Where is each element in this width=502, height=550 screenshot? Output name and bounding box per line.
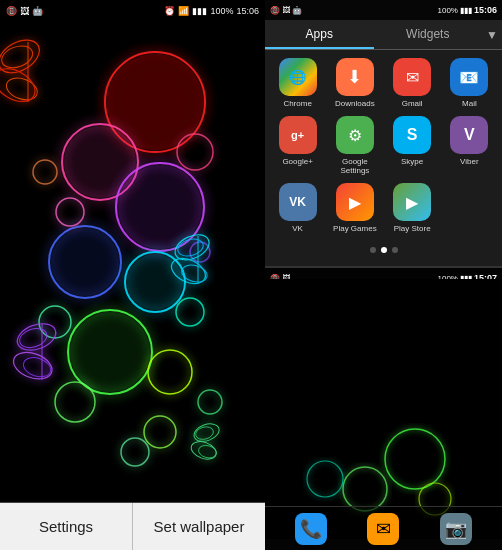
phone-icon: 📞 <box>300 518 322 540</box>
left-panel: 📵 🖼 🤖 ⏰ 📶 ▮▮▮ 100% 15:06 <box>0 0 265 550</box>
google-settings-icon: ⚙ <box>336 116 374 154</box>
signal-icon: ▮▮▮ <box>192 6 207 16</box>
status-icons-left: 📵 🖼 🤖 <box>6 6 43 16</box>
wallpaper-preview: 📵 🖼 🤖 ⏰ 📶 ▮▮▮ 100% 15:06 <box>0 0 265 502</box>
dock-sms[interactable]: ✉ <box>367 513 399 545</box>
camera-icon: 📷 <box>445 518 467 540</box>
downloads-label: Downloads <box>335 99 375 108</box>
app-skype[interactable]: S Skype <box>388 116 437 175</box>
tab-widgets[interactable]: Widgets <box>374 20 483 49</box>
gmail-icon: ✉ <box>393 58 431 96</box>
app-mail[interactable]: 📧 Mail <box>445 58 494 108</box>
rt-status-right: 100% ▮▮▮ 15:06 <box>438 5 498 15</box>
top-right-panel: 📵🖼🤖 100% ▮▮▮ 15:06 Apps Widgets ▼ <box>265 0 502 268</box>
app-vk[interactable]: VK VK <box>273 183 322 233</box>
lock-screen-panel: 📵🖼 100% ▮▮▮ 15:07 <box>265 268 502 550</box>
image-icon: 🖼 <box>20 6 29 16</box>
main-layout: 📵 🖼 🤖 ⏰ 📶 ▮▮▮ 100% 15:06 <box>0 0 502 550</box>
battery-label: 100% <box>210 6 233 16</box>
wifi-icon: 📶 <box>178 6 189 16</box>
time-label: 15:06 <box>236 6 259 16</box>
bubbles-svg <box>0 0 265 502</box>
svg-point-8 <box>51 228 119 296</box>
viber-label: Viber <box>460 157 479 166</box>
chrome-label: Chrome <box>283 99 311 108</box>
play-store-label: Play Store <box>394 224 431 233</box>
status-bar-rt: 📵🖼🤖 100% ▮▮▮ 15:06 <box>265 0 502 20</box>
chrome-icon: 🌐 <box>279 58 317 96</box>
viber-icon: V <box>450 116 488 154</box>
app-play-store[interactable]: ▶ Play Store <box>388 183 437 233</box>
phone-icon: 📵 <box>6 6 17 16</box>
set-wallpaper-button[interactable]: Set wallpaper <box>133 503 265 550</box>
play-games-label: Play Games <box>333 224 377 233</box>
rt-signal: ▮▮▮ <box>460 6 472 15</box>
rt-battery: 100% <box>438 6 458 15</box>
svg-point-10 <box>127 254 183 310</box>
app-grid: 🌐 Chrome ⬇ Downloads ✉ Gmail <box>265 50 502 241</box>
status-bar-left: 📵 🖼 🤖 ⏰ 📶 ▮▮▮ 100% 15:06 <box>0 0 265 22</box>
app-chrome[interactable]: 🌐 Chrome <box>273 58 322 108</box>
google-plus-label: Google+ <box>282 157 312 166</box>
app-downloads[interactable]: ⬇ Downloads <box>330 58 379 108</box>
rt-time: 15:06 <box>474 5 497 15</box>
tab-arrow[interactable]: ▼ <box>482 20 502 49</box>
skype-label: Skype <box>401 157 423 166</box>
svg-point-12 <box>70 312 150 392</box>
downloads-icon: ⬇ <box>336 58 374 96</box>
mail-icon: 📧 <box>450 58 488 96</box>
app-google-settings[interactable]: ⚙ Google Settings <box>330 116 379 175</box>
alarm-icon: ⏰ <box>164 6 175 16</box>
app-play-games[interactable]: ▶ Play Games <box>330 183 379 233</box>
bottom-dock: 📞 ✉ 📷 <box>265 506 502 550</box>
settings-button[interactable]: Settings <box>0 503 133 550</box>
mail-label: Mail <box>462 99 477 108</box>
skype-icon: S <box>393 116 431 154</box>
google-plus-icon: g+ <box>279 116 317 154</box>
right-panel: 📵🖼🤖 100% ▮▮▮ 15:06 Apps Widgets ▼ <box>265 0 502 550</box>
tab-apps[interactable]: Apps <box>265 20 374 49</box>
vk-label: VK <box>292 224 303 233</box>
sms-icon: ✉ <box>376 518 391 540</box>
google-settings-label: Google Settings <box>330 157 379 175</box>
dock-camera[interactable]: 📷 <box>440 513 472 545</box>
play-games-icon: ▶ <box>336 183 374 221</box>
rt-status-icons: 📵🖼🤖 <box>270 6 302 15</box>
dot-1 <box>370 247 376 253</box>
page-dots <box>265 241 502 259</box>
status-right: ⏰ 📶 ▮▮▮ 100% 15:06 <box>164 6 259 16</box>
app-gmail[interactable]: ✉ Gmail <box>388 58 437 108</box>
app-google-plus[interactable]: g+ Google+ <box>273 116 322 175</box>
play-store-icon: ▶ <box>393 183 431 221</box>
dot-3 <box>392 247 398 253</box>
vk-icon: VK <box>279 183 317 221</box>
tab-bar: Apps Widgets ▼ <box>265 20 502 50</box>
app-viber[interactable]: V Viber <box>445 116 494 175</box>
dock-phone[interactable]: 📞 <box>295 513 327 545</box>
android-icon: 🤖 <box>32 6 43 16</box>
gmail-label: Gmail <box>402 99 423 108</box>
bottom-buttons: Settings Set wallpaper <box>0 502 265 550</box>
dot-2 <box>381 247 387 253</box>
